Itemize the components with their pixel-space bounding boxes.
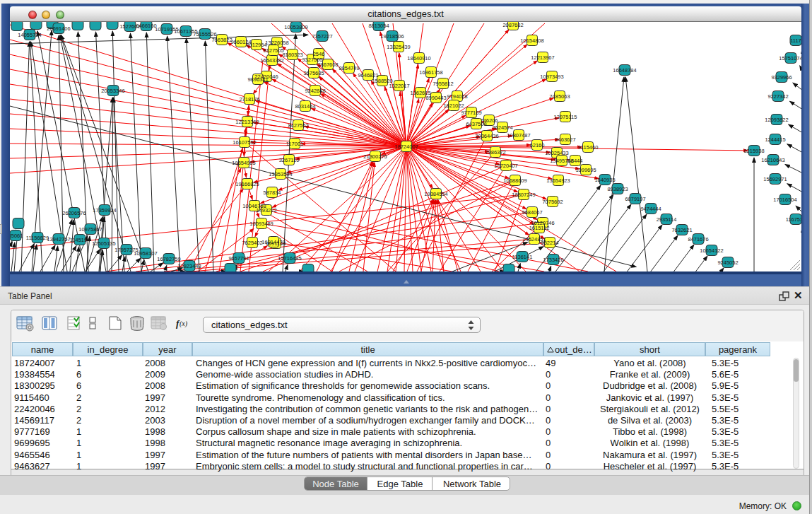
svg-text:9684067: 9684067 bbox=[522, 209, 542, 216]
svg-text:9242848: 9242848 bbox=[305, 88, 325, 94]
svg-text:13942757: 13942757 bbox=[47, 236, 70, 243]
svg-text:3624574: 3624574 bbox=[492, 124, 512, 131]
svg-text:17016504: 17016504 bbox=[773, 197, 796, 203]
svg-text:12975115: 12975115 bbox=[554, 114, 577, 120]
svg-text:2867608: 2867608 bbox=[317, 62, 338, 68]
svg-text:6437508: 6437508 bbox=[466, 121, 486, 127]
svg-text:6466160: 6466160 bbox=[136, 23, 156, 29]
svg-text:12213369: 12213369 bbox=[235, 119, 259, 125]
svg-text:9896341: 9896341 bbox=[247, 76, 268, 83]
svg-text:10973493: 10973493 bbox=[540, 74, 563, 80]
svg-text:8471676: 8471676 bbox=[688, 236, 708, 243]
svg-text:9794028: 9794028 bbox=[447, 93, 467, 100]
svg-text:2087682: 2087682 bbox=[502, 22, 523, 28]
svg-text:62160: 62160 bbox=[530, 142, 545, 148]
svg-text:13226058: 13226058 bbox=[265, 40, 288, 46]
svg-text:3675685: 3675685 bbox=[303, 70, 324, 76]
svg-text:8813054: 8813054 bbox=[368, 23, 389, 29]
svg-text:16648784: 16648784 bbox=[613, 67, 636, 74]
svg-text:7632621: 7632621 bbox=[671, 227, 692, 233]
svg-text:8854749: 8854749 bbox=[339, 65, 359, 71]
svg-text:1493222: 1493222 bbox=[256, 207, 276, 214]
svg-text:19218506: 19218506 bbox=[380, 33, 404, 40]
svg-text:9227342: 9227342 bbox=[767, 93, 788, 100]
svg-text:15716485: 15716485 bbox=[278, 255, 301, 262]
svg-text:9115460: 9115460 bbox=[578, 144, 599, 151]
svg-text:2935114: 2935114 bbox=[657, 216, 677, 223]
svg-text:20691406: 20691406 bbox=[47, 25, 70, 32]
svg-text:9474444: 9474444 bbox=[640, 206, 661, 212]
svg-text:9329966: 9329966 bbox=[771, 74, 792, 81]
svg-text:3267110: 3267110 bbox=[279, 157, 300, 163]
svg-text:7357227: 7357227 bbox=[312, 33, 332, 40]
svg-text:10025433: 10025433 bbox=[545, 150, 568, 156]
svg-text:14055724: 14055724 bbox=[18, 32, 41, 38]
svg-text:1244415: 1244415 bbox=[765, 136, 785, 143]
svg-text:13353594: 13353594 bbox=[269, 171, 292, 177]
svg-text:252214: 252214 bbox=[541, 240, 558, 246]
svg-text:10807487: 10807487 bbox=[507, 132, 530, 139]
svg-text:8990443: 8990443 bbox=[425, 95, 446, 101]
svg-text:16210643: 16210643 bbox=[761, 157, 784, 163]
svg-text:16543382: 16543382 bbox=[260, 57, 283, 64]
svg-text:9657791: 9657791 bbox=[228, 255, 249, 262]
svg-text:10654122: 10654122 bbox=[700, 247, 723, 254]
svg-text:16961758: 16961758 bbox=[419, 69, 442, 76]
svg-text:1733426: 1733426 bbox=[543, 257, 563, 263]
svg-text:8180323: 8180323 bbox=[282, 52, 302, 58]
svg-text:12505135: 12505135 bbox=[92, 240, 115, 247]
svg-text:12093822: 12093822 bbox=[765, 117, 788, 123]
svg-text:1145194: 1145194 bbox=[70, 237, 90, 243]
svg-text:7663822: 7663822 bbox=[211, 37, 232, 43]
svg-text:1615112: 1615112 bbox=[529, 225, 550, 231]
svg-text:1099695: 1099695 bbox=[575, 167, 596, 173]
svg-text:8215938: 8215938 bbox=[743, 148, 764, 154]
svg-text:10975867: 10975867 bbox=[78, 226, 102, 233]
svg-text:117001: 117001 bbox=[286, 141, 303, 147]
svg-text:17359924: 17359924 bbox=[93, 207, 116, 214]
svg-text:11156829: 11156829 bbox=[26, 235, 49, 241]
svg-text:8938923: 8938923 bbox=[607, 186, 628, 192]
svg-text:1621022: 1621022 bbox=[443, 103, 464, 109]
svg-text:9463627: 9463627 bbox=[555, 136, 575, 143]
svg-text:9777169: 9777169 bbox=[461, 110, 481, 116]
svg-text:7485063: 7485063 bbox=[549, 93, 570, 100]
svg-text:20053346: 20053346 bbox=[101, 88, 124, 94]
svg-text:8427552: 8427552 bbox=[288, 122, 308, 129]
svg-text:13325439: 13325439 bbox=[387, 44, 410, 50]
svg-text:19166825: 19166825 bbox=[235, 181, 259, 187]
svg-text:16914479: 16914479 bbox=[261, 239, 285, 245]
svg-text:7986372: 7986372 bbox=[485, 149, 505, 156]
svg-text:18724007: 18724007 bbox=[394, 144, 418, 150]
svg-text:2718176: 2718176 bbox=[239, 96, 259, 103]
svg-text:6879197: 6879197 bbox=[625, 196, 645, 202]
svg-text:20364436: 20364436 bbox=[475, 133, 498, 139]
svg-text:19654985: 19654985 bbox=[232, 160, 255, 166]
svg-text:10958107: 10958107 bbox=[134, 250, 157, 257]
svg-text:1167534: 1167534 bbox=[786, 216, 801, 223]
svg-text:13654923: 13654923 bbox=[546, 177, 570, 184]
svg-text:26206576: 26206576 bbox=[62, 210, 86, 216]
svg-text:10688609: 10688609 bbox=[503, 177, 526, 184]
svg-text:15720407: 15720407 bbox=[494, 163, 517, 169]
svg-text:12213967: 12213967 bbox=[531, 54, 554, 61]
svg-text:10154808: 10154808 bbox=[520, 37, 543, 44]
svg-text:48444: 48444 bbox=[568, 158, 583, 164]
svg-text:(x): (x) bbox=[180, 320, 188, 328]
svg-text:18807249: 18807249 bbox=[512, 192, 535, 198]
svg-text:85061: 85061 bbox=[10, 233, 23, 239]
svg-text:16107552: 16107552 bbox=[233, 139, 256, 146]
svg-text:10053809: 10053809 bbox=[284, 24, 307, 30]
svg-text:9245052: 9245052 bbox=[717, 259, 738, 266]
svg-text:12923448: 12923448 bbox=[177, 263, 201, 269]
svg-text:19384554: 19384554 bbox=[424, 191, 447, 197]
svg-text:8031444: 8031444 bbox=[295, 103, 315, 110]
svg-text:2546: 2546 bbox=[313, 51, 325, 57]
svg-text:587834: 587834 bbox=[263, 189, 281, 196]
svg-text:21300275: 21300275 bbox=[363, 153, 387, 160]
svg-text:15751074: 15751074 bbox=[779, 55, 801, 62]
svg-text:7955812: 7955812 bbox=[433, 81, 453, 87]
svg-text:1136141: 1136141 bbox=[512, 254, 533, 260]
svg-text:7075692: 7075692 bbox=[542, 199, 563, 205]
svg-text:1640935: 1640935 bbox=[594, 177, 615, 183]
